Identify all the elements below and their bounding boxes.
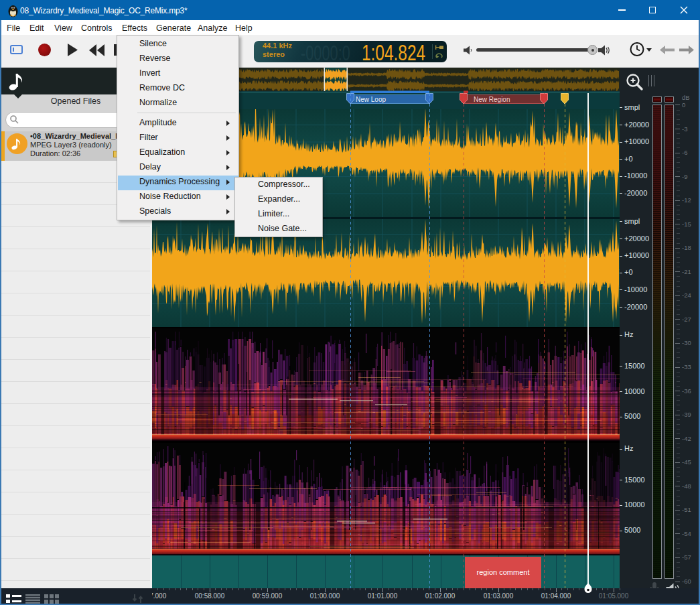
svg-text:New Loop: New Loop <box>356 96 386 103</box>
svg-text:New Region: New Region <box>474 96 510 103</box>
